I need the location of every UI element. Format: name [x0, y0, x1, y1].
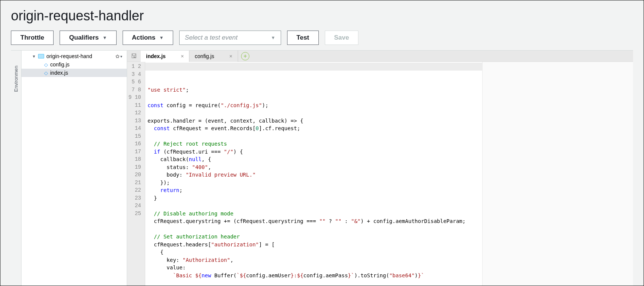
save-button: Save: [325, 31, 359, 45]
folder-icon: [38, 54, 44, 58]
editor-tab-label: index.js: [146, 53, 166, 59]
page-title: origin-request-handler: [0, 0, 644, 29]
file-tree-item[interactable]: ◇config.js: [22, 60, 127, 69]
gear-icon[interactable]: ✿▾: [115, 54, 122, 59]
js-file-icon: ◇: [44, 62, 48, 68]
test-label: Test: [297, 34, 309, 42]
tab-bar: 🖫 index.js×config.js× +: [127, 51, 633, 62]
editor-area: 🖫 index.js×config.js× + 1 2 3 4 5 6 7 8 …: [127, 51, 633, 286]
test-button[interactable]: Test: [287, 31, 319, 45]
actions-label: Actions: [132, 34, 155, 42]
editor-tab[interactable]: config.js×: [189, 51, 238, 62]
throttle-label: Throttle: [20, 34, 44, 42]
file-tree: ▼ origin-request-hand ✿▾ ◇config.js◇inde…: [22, 51, 127, 286]
close-icon[interactable]: ×: [229, 53, 232, 59]
qualifiers-label: Qualifiers: [69, 34, 98, 42]
file-tree-item-label: config.js: [50, 62, 69, 68]
throttle-button[interactable]: Throttle: [11, 31, 54, 45]
save-all-icon[interactable]: 🖫: [127, 53, 141, 60]
file-tree-root[interactable]: ▼ origin-request-hand ✿▾: [22, 52, 127, 60]
file-tree-item[interactable]: ◇index.js: [22, 69, 127, 77]
active-line-highlight: [145, 63, 482, 71]
dropdown-triangle-icon: ▼: [103, 35, 107, 40]
save-label: Save: [334, 34, 349, 41]
test-event-select[interactable]: Select a test event ▼: [179, 31, 281, 45]
line-number-gutter: 1 2 3 4 5 6 7 8 9 10 11 12 13 14 15 16 1…: [127, 62, 145, 286]
editor-tab[interactable]: index.js×: [141, 51, 189, 62]
editor-tab-label: config.js: [195, 53, 214, 59]
test-event-placeholder: Select a test event: [185, 34, 238, 42]
action-toolbar: Throttle Qualifiers ▼ Actions ▼ Select a…: [0, 29, 644, 50]
code-area[interactable]: 1 2 3 4 5 6 7 8 9 10 11 12 13 14 15 16 1…: [127, 62, 633, 286]
js-file-icon: ◇: [44, 70, 48, 76]
qualifiers-dropdown[interactable]: Qualifiers ▼: [60, 31, 116, 45]
minimap[interactable]: [482, 62, 633, 286]
code-content[interactable]: "use strict"; const config = require("./…: [145, 62, 482, 286]
dropdown-triangle-icon: ▼: [271, 35, 275, 40]
environment-panel-collapsed[interactable]: Environmen: [11, 51, 22, 286]
root-folder-label: origin-request-hand: [46, 53, 92, 59]
caret-down-icon: ▼: [32, 54, 36, 58]
actions-dropdown[interactable]: Actions ▼: [123, 31, 173, 45]
file-tree-item-label: index.js: [50, 70, 68, 76]
code-editor-panel: Environmen ▼ origin-request-hand ✿▾ ◇con…: [11, 50, 633, 286]
close-icon[interactable]: ×: [181, 53, 184, 59]
add-tab-button[interactable]: +: [241, 52, 249, 60]
dropdown-triangle-icon: ▼: [159, 35, 164, 40]
environment-panel-label: Environmen: [13, 66, 19, 92]
